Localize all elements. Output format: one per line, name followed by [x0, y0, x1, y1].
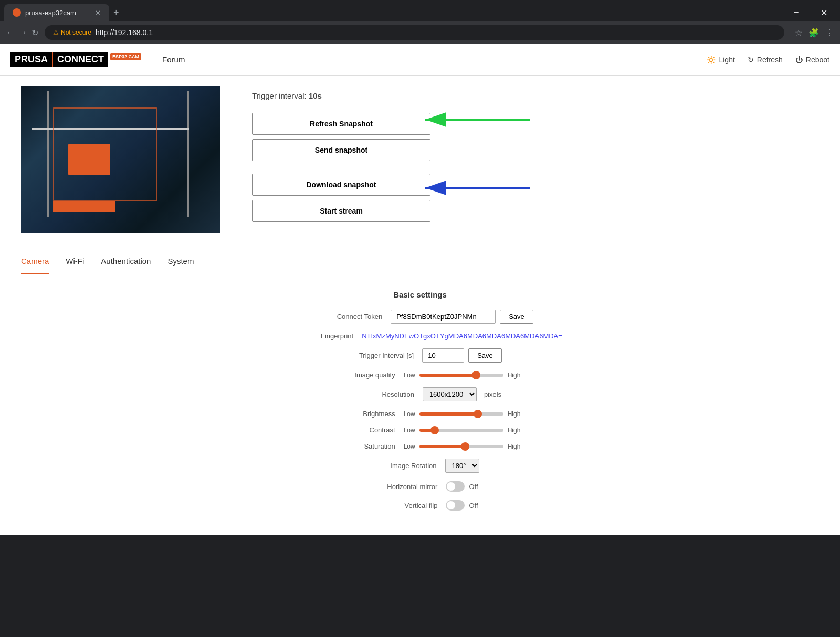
image-quality-label: Image quality [320, 371, 404, 379]
contrast-high: High [508, 427, 521, 434]
favicon [13, 8, 21, 17]
nav-buttons: ← → ↻ [6, 28, 38, 38]
brightness-slider[interactable] [419, 412, 503, 416]
tab-authentication[interactable]: Authentication [101, 249, 151, 274]
image-rotation-label: Image Rotation [361, 462, 445, 470]
green-arrow [420, 109, 536, 132]
printer-rod-v1 [47, 91, 49, 217]
reload-icon[interactable]: ↻ [32, 28, 38, 38]
logo-prusa: PRUSA [10, 52, 52, 67]
send-snapshot-button[interactable]: Send snapshot [252, 139, 430, 161]
contrast-slider[interactable] [419, 429, 503, 432]
brightness-control: Low High [404, 410, 521, 418]
camera-preview [21, 86, 220, 233]
address-bar: ← → ↻ ⚠ Not secure http://192.168.0.1 ☆ … [0, 21, 840, 44]
tab-system[interactable]: System [167, 249, 194, 274]
warning-icon: ⚠ [53, 29, 59, 36]
trigger-interval-row: Trigger Interval [s] Save [21, 348, 819, 363]
tab-camera[interactable]: Camera [21, 249, 49, 274]
tab-wifi[interactable]: Wi-Fi [66, 249, 84, 274]
url-bar[interactable]: ⚠ Not secure http://192.168.0.1 [45, 25, 784, 40]
contrast-label: Contrast [320, 426, 404, 434]
url-text: http://192.168.0.1 [96, 28, 153, 37]
printer-frame [52, 107, 158, 201]
refresh-button[interactable]: ↻ Refresh [748, 56, 783, 64]
minimize-icon[interactable]: − [794, 8, 799, 18]
fingerprint-label: Fingerprint [278, 332, 362, 340]
image-quality-control: Low High [404, 371, 521, 379]
reboot-button[interactable]: ⏻ Reboot [795, 56, 830, 64]
download-snapshot-button[interactable]: Download snapshot [252, 174, 430, 196]
browser-frame: prusa-esp32cam ✕ + − □ ✕ ← → ↻ ⚠ Not sec… [0, 0, 840, 637]
star-icon[interactable]: ☆ [795, 28, 802, 38]
resolution-label: Resolution [339, 390, 423, 398]
saturation-slider[interactable] [419, 445, 503, 448]
horizontal-mirror-control: Off [446, 481, 478, 492]
refresh-icon: ↻ [748, 56, 754, 64]
tabs-nav: Camera Wi-Fi Authentication System [0, 249, 840, 274]
tab-title: prusa-esp32cam [25, 9, 91, 17]
start-stream-button[interactable]: Start stream [252, 200, 430, 222]
brightness-label: Brightness [320, 410, 404, 418]
contrast-row: Contrast Low High [21, 426, 819, 434]
tabs-section: Camera Wi-Fi Authentication System [0, 249, 840, 274]
refresh-snapshot-button[interactable]: Refresh Snapshot [252, 113, 430, 135]
forum-link[interactable]: Forum [162, 55, 185, 64]
image-quality-low: Low [404, 371, 415, 379]
saturation-label: Saturation [320, 442, 404, 450]
close-tab-icon[interactable]: ✕ [95, 9, 101, 17]
app-header: PRUSA CONNECT ESP32 CAM Forum 🔆 Light ↻ … [0, 44, 840, 76]
window-controls: − □ ✕ [785, 8, 836, 18]
new-tab-icon[interactable]: + [113, 7, 119, 18]
saturation-control: Low High [404, 443, 521, 450]
app-content: PRUSA CONNECT ESP32 CAM Forum 🔆 Light ↻ … [0, 44, 840, 535]
vertical-flip-toggle[interactable] [446, 500, 465, 511]
settings-section: Basic settings Connect Token Save Finger… [0, 274, 840, 535]
printer-base [52, 201, 116, 212]
section-title: Basic settings [21, 290, 819, 299]
saturation-low: Low [404, 443, 415, 450]
image-rotation-control: 0° 90° 180° 270° [445, 459, 479, 473]
trigger-interval-control: Save [422, 348, 502, 363]
light-icon: 🔆 [707, 56, 716, 64]
trigger-interval-input[interactable] [422, 348, 464, 363]
maximize-icon[interactable]: □ [807, 8, 812, 18]
connect-token-input[interactable] [391, 310, 496, 324]
horizontal-mirror-value: Off [469, 483, 478, 491]
menu-icon[interactable]: ⋮ [825, 28, 834, 38]
saturation-row: Saturation Low High [21, 442, 819, 450]
resolution-unit: pixels [484, 390, 501, 398]
toggle-track [446, 481, 465, 492]
logo-connect: CONNECT [52, 52, 108, 67]
vertical-flip-row: Vertical flip Off [21, 500, 819, 511]
horizontal-mirror-row: Horizontal mirror Off [21, 481, 819, 492]
browser-toolbar: ☆ 🧩 ⋮ [795, 28, 834, 38]
extension-icon[interactable]: 🧩 [808, 28, 819, 38]
brightness-low: Low [404, 410, 415, 418]
resolution-select[interactable]: 1600x1200 1280x960 1024x768 800x600 640x… [423, 387, 477, 401]
image-rotation-select[interactable]: 0° 90° 180° 270° [445, 459, 479, 473]
contrast-control: Low High [404, 427, 521, 434]
light-button[interactable]: 🔆 Light [707, 56, 734, 64]
esp-badge: ESP32 CAM [110, 53, 141, 60]
fingerprint-control: NTIxMzMyNDEwOTgxOTYgMDA6MDA6MDA6MDA6MDA6… [362, 332, 562, 340]
horizontal-mirror-toggle[interactable] [446, 481, 465, 492]
brightness-row: Brightness Low High [21, 410, 819, 418]
security-indicator: ⚠ Not secure [53, 29, 91, 36]
resolution-row: Resolution 1600x1200 1280x960 1024x768 8… [21, 387, 819, 401]
image-quality-high: High [508, 371, 521, 379]
button-gap [252, 165, 430, 174]
image-quality-slider[interactable] [419, 374, 503, 377]
fingerprint-row: Fingerprint NTIxMzMyNDEwOTgxOTYgMDA6MDA6… [21, 332, 819, 340]
back-icon[interactable]: ← [6, 28, 15, 38]
horizontal-mirror-label: Horizontal mirror [362, 483, 446, 491]
connect-token-save-button[interactable]: Save [500, 310, 533, 324]
printer-rod-v2 [187, 91, 189, 217]
controls-area: Trigger interval: 10s Refresh Snapshot S… [252, 86, 430, 226]
trigger-interval-save-button[interactable]: Save [468, 348, 502, 363]
trigger-interval-display: Trigger interval: 10s [252, 91, 430, 100]
brightness-high: High [508, 410, 521, 418]
browser-tab[interactable]: prusa-esp32cam ✕ [4, 4, 109, 21]
forward-icon[interactable]: → [19, 28, 27, 38]
close-window-icon[interactable]: ✕ [821, 8, 827, 18]
